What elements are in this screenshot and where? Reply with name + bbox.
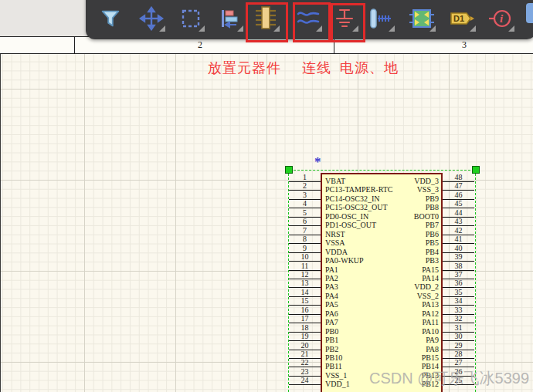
select-area-button[interactable] (174, 2, 208, 35)
pin-number: 12 (289, 270, 321, 279)
pin-number: 20 (289, 341, 321, 350)
align-button[interactable] (212, 2, 246, 35)
selection-handle-top-left[interactable] (285, 166, 293, 174)
highlight-box-place-part (246, 2, 288, 42)
pin-name: PA8 (334, 345, 439, 354)
filter-icon (99, 7, 122, 30)
zone-divider (74, 36, 75, 54)
pin-name: VDD_2 (334, 282, 439, 292)
pin-name: PB9 (334, 194, 439, 204)
svg-text:i: i (500, 12, 504, 25)
clipped-toolbar-button[interactable] (526, 3, 533, 23)
pin-name: PB4 (334, 248, 439, 257)
pin-number: 5 (289, 208, 321, 217)
dropdown-arrow-icon (389, 25, 395, 32)
pin-number: 39 (443, 252, 474, 261)
pin-number: 19 (289, 332, 321, 340)
pin-number: 43 (443, 217, 474, 225)
pin-number: 17 (289, 314, 321, 323)
pin-number: 15 (289, 296, 321, 305)
pin-name: VDD_3 (334, 177, 439, 186)
pin-number: 18 (289, 323, 321, 332)
highlight-box-place-wire (293, 2, 331, 42)
pin-number: 31 (443, 323, 474, 332)
pin-number: 28 (443, 350, 474, 358)
pin-number: 4 (289, 199, 321, 208)
schematic-editor-screenshot: 2 3 (0, 0, 533, 392)
pin-number: 27 (443, 358, 474, 367)
pin-number: 44 (443, 208, 474, 217)
pin-number: 14 (289, 288, 321, 296)
annotation-power-ground: 电源、地 (340, 59, 399, 77)
dropdown-arrow-icon (429, 25, 436, 32)
pin-number: 32 (443, 314, 474, 323)
pin-number: 34 (443, 296, 474, 305)
pin-number: 33 (443, 306, 474, 314)
pin-name: VSS_2 (334, 292, 439, 301)
pin-name: BOOT0 (334, 212, 439, 221)
move-button[interactable] (134, 2, 168, 35)
pin-name: PB5 (334, 238, 439, 248)
annotation-wire: 连线 (302, 59, 331, 77)
pin-number: 46 (443, 191, 474, 199)
pin-number: 37 (443, 270, 474, 279)
pin-number: 47 (443, 181, 474, 190)
selection-bound-top (290, 170, 474, 171)
pin-name: PA11 (334, 318, 439, 327)
pin-number: 36 (443, 279, 474, 287)
pin-number: 41 (443, 235, 474, 243)
pin-name: PA12 (334, 309, 439, 319)
place-designator-button[interactable]: D1 (445, 2, 479, 35)
pin-number: 21 (289, 350, 321, 358)
pin-name: PB3 (334, 256, 439, 265)
pin-name: PB15 (334, 353, 439, 363)
pin-name: VSS_3 (334, 185, 439, 194)
pin-number: 3 (289, 191, 321, 199)
pin-number: 38 (443, 262, 474, 270)
pin-number: 30 (443, 332, 474, 340)
pin-number: 8 (289, 235, 321, 243)
pin-number: 1 (289, 173, 321, 181)
no-erc-button[interactable]: i (484, 2, 518, 35)
place-harness-button[interactable] (364, 2, 398, 35)
filter-button[interactable] (93, 2, 127, 35)
pin-name: PA10 (334, 327, 439, 336)
pin-name: PA15 (334, 265, 439, 275)
pin-name: PB8 (334, 203, 439, 212)
zone-number-2: 2 (198, 39, 202, 51)
pin-line[interactable] (289, 384, 321, 385)
annotation-place-part: 放置元器件 (208, 59, 281, 77)
highlight-box-power-ground (331, 3, 365, 42)
pin-number: 45 (443, 199, 474, 208)
pin-number: 10 (289, 252, 321, 261)
dropdown-arrow-icon (159, 25, 165, 32)
pin-number: 7 (289, 226, 321, 235)
dropdown-arrow-icon (237, 25, 243, 32)
pin-name: PA9 (334, 336, 439, 345)
pin-number: 42 (443, 226, 474, 235)
dropdown-arrow-icon (470, 25, 476, 32)
pin-name: PA14 (334, 274, 439, 283)
pin-number: 23 (289, 367, 321, 376)
pin-number: 40 (443, 244, 474, 252)
sheet-border-left (0, 36, 1, 392)
place-sheet-symbol-button[interactable] (405, 2, 439, 35)
dirty-marker: * (314, 154, 321, 170)
pin-name: PB6 (334, 230, 439, 239)
pin-number: 35 (443, 288, 474, 296)
pin-number: 16 (289, 306, 321, 314)
pin-name: PA13 (334, 300, 439, 309)
dropdown-arrow-icon (199, 25, 205, 32)
pin-number: 6 (289, 217, 321, 225)
pin-number: 22 (289, 358, 321, 367)
pin-number: 9 (289, 244, 321, 252)
watermark-text: CSDN @可乐飞冰5399 (369, 368, 529, 389)
pin-name: PB7 (334, 221, 439, 230)
pin-number: 24 (289, 376, 321, 384)
selection-handle-top-right[interactable] (472, 166, 480, 174)
zone-number-3: 3 (462, 39, 467, 51)
designator-label: D1 (453, 14, 464, 23)
pin-number: 11 (289, 262, 321, 270)
selection-bound-right (475, 170, 476, 392)
dropdown-arrow-icon (508, 25, 514, 32)
